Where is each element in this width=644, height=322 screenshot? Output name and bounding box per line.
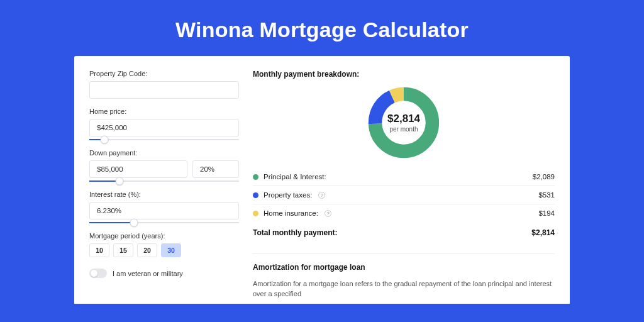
period-label: Mortgage period (years): xyxy=(89,232,239,240)
period-option-30[interactable]: 30 xyxy=(161,243,181,257)
legend-value: $531 xyxy=(538,191,555,199)
down-payment-input[interactable] xyxy=(89,160,187,178)
legend-label: Home insurance: xyxy=(264,209,318,217)
down-payment-pct-input[interactable] xyxy=(192,160,239,178)
info-icon[interactable]: ? xyxy=(318,192,325,199)
home-price-slider[interactable] xyxy=(89,139,239,140)
interest-rate-input[interactable] xyxy=(89,202,239,219)
down-payment-label: Down payment: xyxy=(89,149,239,157)
legend-row: Home insurance:?$194 xyxy=(253,204,555,222)
field-down-payment: Down payment: xyxy=(89,149,239,182)
legend: Principal & Interest:$2,089Property taxe… xyxy=(253,168,555,222)
period-option-20[interactable]: 20 xyxy=(137,243,157,257)
zip-label: Property Zip Code: xyxy=(89,70,239,77)
field-zip: Property Zip Code: xyxy=(89,70,239,99)
donut-period: per month xyxy=(387,126,420,133)
period-option-15[interactable]: 15 xyxy=(113,243,133,257)
field-home-price: Home price: xyxy=(89,108,239,140)
info-icon[interactable]: ? xyxy=(325,210,331,217)
total-label: Total monthly payment: xyxy=(253,228,337,237)
slider-thumb[interactable] xyxy=(100,136,108,144)
total-value: $2,814 xyxy=(531,228,555,237)
form-column: Property Zip Code: Home price: Down paym… xyxy=(89,70,239,304)
slider-thumb[interactable] xyxy=(130,219,138,227)
toggle-knob xyxy=(91,270,97,277)
zip-input[interactable] xyxy=(89,81,239,99)
calculator-panel: Property Zip Code: Home price: Down paym… xyxy=(74,56,570,304)
home-price-input[interactable] xyxy=(89,119,239,136)
down-payment-slider[interactable] xyxy=(89,180,239,182)
donut-center: $2,814 per month xyxy=(387,113,420,133)
home-price-label: Home price: xyxy=(89,108,239,115)
amortization-heading: Amortization for mortgage loan xyxy=(253,253,555,272)
total-row: Total monthly payment: $2,814 xyxy=(253,222,555,246)
legend-label: Property taxes: xyxy=(264,191,312,199)
legend-dot xyxy=(253,211,258,216)
legend-label: Principal & Interest: xyxy=(264,173,326,180)
legend-row: Property taxes:?$531 xyxy=(253,186,555,204)
veteran-label: I am veteran or military xyxy=(113,270,183,277)
legend-value: $194 xyxy=(538,209,555,217)
legend-value: $2,089 xyxy=(533,173,555,180)
slider-thumb[interactable] xyxy=(115,177,123,186)
field-interest-rate: Interest rate (%): xyxy=(89,191,239,223)
field-period: Mortgage period (years): 10 15 20 30 xyxy=(89,232,239,257)
breakdown-column: Monthly payment breakdown: $2,814 per mo… xyxy=(253,70,555,304)
donut-amount: $2,814 xyxy=(387,113,420,125)
legend-row: Principal & Interest:$2,089 xyxy=(253,168,555,186)
breakdown-heading: Monthly payment breakdown: xyxy=(253,70,555,79)
legend-dot xyxy=(253,174,258,180)
donut-chart: $2,814 per month xyxy=(366,85,441,160)
interest-rate-slider[interactable] xyxy=(89,222,239,223)
donut-wrap: $2,814 per month xyxy=(253,79,555,168)
veteran-row: I am veteran or military xyxy=(89,269,239,278)
period-option-10[interactable]: 10 xyxy=(89,243,109,257)
page-title: Winona Mortgage Calculator xyxy=(0,0,644,56)
legend-dot xyxy=(253,192,258,198)
period-options: 10 15 20 30 xyxy=(89,243,239,257)
veteran-toggle[interactable] xyxy=(89,269,107,278)
amortization-text: Amortization for a mortgage loan refers … xyxy=(253,279,555,299)
interest-rate-label: Interest rate (%): xyxy=(89,191,239,198)
